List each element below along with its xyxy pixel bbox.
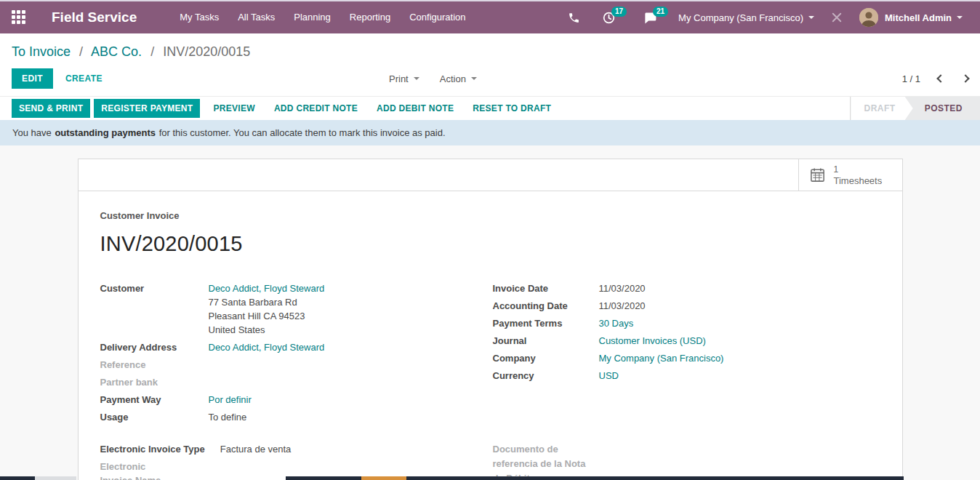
breadcrumb-separator: / bbox=[150, 44, 154, 59]
usage-value: To define bbox=[209, 410, 247, 424]
company-link[interactable]: My Company (San Francisco) bbox=[599, 353, 724, 364]
outstanding-payments-alert: You have outstanding payments for this c… bbox=[0, 120, 980, 145]
accounting-date-label: Accounting Date bbox=[493, 299, 599, 313]
payment-terms-label: Payment Terms bbox=[493, 316, 599, 330]
field-reference: Reference bbox=[100, 358, 493, 372]
partner-bank-label: Partner bank bbox=[100, 375, 209, 389]
breadcrumb-abc-co[interactable]: ABC Co. bbox=[91, 44, 142, 59]
timesheets-smart-button[interactable]: 1 Timesheets bbox=[798, 159, 902, 191]
invoice-form-sheet: 1 Timesheets Customer Invoice INV/2020/0… bbox=[78, 159, 903, 480]
action-dropdown[interactable]: Action bbox=[440, 73, 477, 84]
print-label: Print bbox=[389, 73, 409, 84]
company-switcher[interactable]: My Company (San Francisco) bbox=[671, 1, 822, 33]
app-menus: My Tasks All Tasks Planning Reporting Co… bbox=[170, 1, 475, 33]
activity-count-badge: 17 bbox=[611, 7, 627, 17]
field-invoice-date: Invoice Date 11/03/2020 bbox=[493, 281, 880, 295]
message-count-badge: 21 bbox=[653, 7, 668, 17]
customer-street: 77 Santa Barbara Rd bbox=[209, 295, 325, 309]
menu-all-tasks[interactable]: All Tasks bbox=[228, 1, 284, 33]
apps-grid-icon[interactable] bbox=[12, 10, 27, 25]
smart-button-box: 1 Timesheets bbox=[79, 159, 902, 191]
field-payment-terms: Payment Terms 30 Days bbox=[493, 316, 880, 330]
field-accounting-date: Accounting Date 11/03/2020 bbox=[493, 299, 880, 313]
calendar-icon bbox=[809, 167, 826, 183]
chevron-left-icon[interactable] bbox=[936, 74, 944, 82]
invoice-number-title: INV/2020/0015 bbox=[100, 232, 880, 256]
field-debit-note-reference: Documento de referencia de la Nota de Dé… bbox=[493, 442, 880, 480]
customer-link[interactable]: Deco Addict, Floyd Steward bbox=[209, 283, 325, 294]
payment-way-link[interactable]: Por definir bbox=[209, 394, 252, 405]
menu-configuration[interactable]: Configuration bbox=[400, 1, 475, 33]
chevron-right-icon[interactable] bbox=[961, 74, 969, 82]
currency-link[interactable]: USD bbox=[599, 370, 619, 381]
timesheets-count: 1 bbox=[834, 164, 883, 175]
field-delivery-address: Delivery Address Deco Addict, Floyd Stew… bbox=[100, 340, 493, 354]
caret-down-icon bbox=[808, 16, 814, 19]
user-name: Mitchell Admin bbox=[885, 12, 952, 23]
form-view-background: 1 Timesheets Customer Invoice INV/2020/0… bbox=[0, 159, 980, 480]
breadcrumb-current: INV/2020/0015 bbox=[163, 44, 250, 59]
status-posted[interactable]: POSTED bbox=[913, 97, 980, 120]
electronic-invoice-type-value: Factura de venta bbox=[220, 442, 292, 456]
edit-button[interactable]: EDIT bbox=[12, 68, 53, 89]
field-partner-bank: Partner bank bbox=[100, 375, 493, 389]
cutoff-bottom-strip bbox=[0, 476, 980, 480]
phone-icon bbox=[568, 12, 580, 24]
currency-label: Currency bbox=[493, 369, 599, 383]
send-print-button[interactable]: SEND & PRINT bbox=[12, 99, 90, 118]
form-statusbar: SEND & PRINT REGISTER PAYMENT PREVIEW AD… bbox=[0, 96, 980, 120]
developer-tools-button[interactable] bbox=[822, 11, 852, 24]
field-currency: Currency USD bbox=[493, 369, 880, 383]
company-label: Company bbox=[493, 351, 599, 365]
cutoff-segment bbox=[0, 476, 35, 480]
cutoff-segment bbox=[35, 476, 76, 480]
tools-icon bbox=[830, 11, 843, 24]
action-label: Action bbox=[440, 73, 466, 84]
app-name[interactable]: Field Service bbox=[52, 9, 137, 25]
accounting-date-value: 11/03/2020 bbox=[599, 299, 646, 313]
alert-bold-text: outstanding payments bbox=[55, 127, 156, 138]
field-usage: Usage To define bbox=[100, 410, 493, 424]
menu-reporting[interactable]: Reporting bbox=[340, 1, 400, 33]
payment-way-label: Payment Way bbox=[100, 393, 209, 407]
status-widget: DRAFT POSTED bbox=[850, 97, 980, 120]
field-journal: Journal Customer Invoices (USD) bbox=[493, 334, 880, 348]
main-navbar: Field Service My Tasks All Tasks Plannin… bbox=[0, 1, 980, 33]
electronic-invoice-type-label: Electronic Invoice Type bbox=[100, 442, 212, 456]
customer-country: United States bbox=[209, 323, 325, 337]
reset-to-draft-button[interactable]: RESET TO DRAFT bbox=[463, 99, 561, 118]
avatar bbox=[859, 8, 878, 27]
activities-button[interactable]: 17 bbox=[594, 7, 624, 29]
print-dropdown[interactable]: Print bbox=[389, 73, 419, 84]
caret-down-icon bbox=[414, 77, 419, 80]
user-menu[interactable]: Mitchell Admin bbox=[852, 1, 970, 33]
add-credit-note-button[interactable]: ADD CREDIT NOTE bbox=[265, 99, 367, 118]
debit-note-reference-label: Documento de referencia de la Nota de Dé… bbox=[493, 442, 602, 480]
add-debit-note-button[interactable]: ADD DEBIT NOTE bbox=[367, 99, 463, 118]
phone-button[interactable] bbox=[560, 7, 588, 28]
invoice-date-label: Invoice Date bbox=[493, 281, 599, 295]
breadcrumb-to-invoice[interactable]: To Invoice bbox=[12, 44, 71, 59]
messages-button[interactable]: 21 bbox=[635, 7, 665, 29]
status-draft[interactable]: DRAFT bbox=[851, 97, 912, 120]
preview-button[interactable]: PREVIEW bbox=[204, 99, 264, 118]
timesheets-label: Timesheets bbox=[834, 175, 883, 186]
alert-text: You have bbox=[12, 127, 52, 138]
pager-value[interactable]: 1 / 1 bbox=[902, 73, 920, 84]
menu-planning[interactable]: Planning bbox=[284, 1, 340, 33]
menu-my-tasks[interactable]: My Tasks bbox=[170, 1, 228, 33]
create-button[interactable]: CREATE bbox=[65, 73, 103, 84]
register-payment-button[interactable]: REGISTER PAYMENT bbox=[94, 99, 200, 118]
delivery-address-label: Delivery Address bbox=[100, 340, 209, 354]
journal-link[interactable]: Customer Invoices (USD) bbox=[599, 335, 706, 346]
cutoff-segment bbox=[361, 476, 406, 480]
breadcrumb-separator: / bbox=[79, 44, 83, 59]
field-electronic-invoice-type: Electronic Invoice Type Factura de venta bbox=[100, 442, 493, 456]
caret-down-icon bbox=[471, 77, 477, 80]
field-company: Company My Company (San Francisco) bbox=[493, 351, 880, 365]
invoice-date-value: 11/03/2020 bbox=[599, 281, 646, 295]
payment-terms-link[interactable]: 30 Days bbox=[599, 318, 634, 329]
delivery-address-link[interactable]: Deco Addict, Floyd Steward bbox=[209, 342, 325, 353]
field-payment-way: Payment Way Por definir bbox=[100, 393, 493, 407]
field-customer: Customer Deco Addict, Floyd Steward 77 S… bbox=[100, 281, 493, 337]
